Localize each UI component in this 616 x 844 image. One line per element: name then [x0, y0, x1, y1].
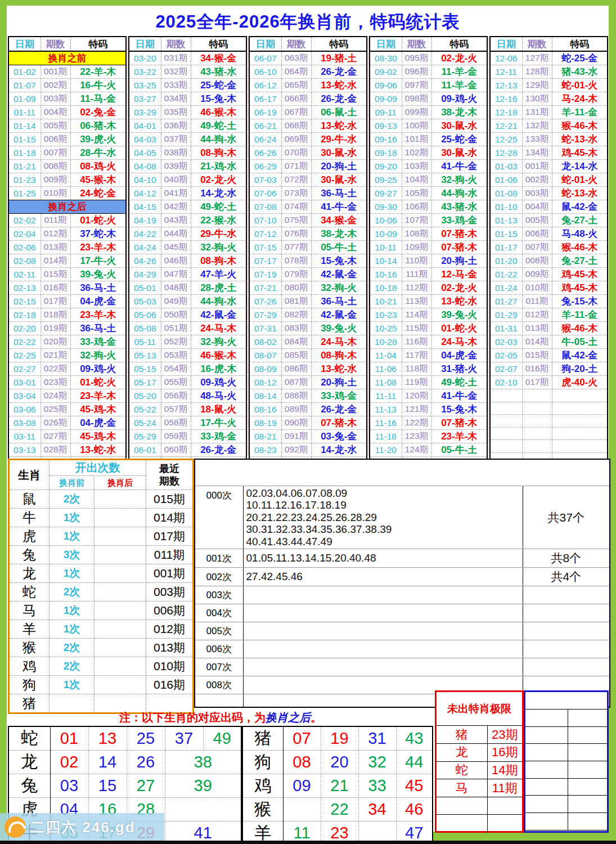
- period-cell: 083期: [281, 322, 311, 335]
- period-cell: 047期: [161, 268, 191, 281]
- table-row: 04-12041期14-龙-水: [129, 187, 246, 200]
- counts-label-cell: 002次: [195, 568, 243, 586]
- date-cell: 06-10: [249, 65, 281, 79]
- period-cell: 015期: [41, 268, 70, 281]
- table-row: 02-06013期23-羊-木: [8, 241, 126, 254]
- period-cell: 098期: [402, 92, 431, 106]
- code-cell: 32-狗-火: [311, 281, 367, 295]
- stats-row: 狗1次016期: [9, 676, 194, 694]
- table-row: 04-03037期44-狗-水: [129, 133, 246, 146]
- limits-zodiac-cell: 蛇: [437, 761, 487, 779]
- date-cell: 09-02: [370, 65, 402, 79]
- date-cell: 02-27: [8, 362, 41, 376]
- table-row: 06-10064期26-龙-金: [249, 65, 367, 79]
- period-cell: 096期: [402, 65, 431, 79]
- counts-numbers-cell: 02.03.04.06.07.08.0910.11.12.16.17.18.19…: [243, 486, 523, 549]
- date-cell: 04-12: [129, 187, 161, 200]
- code-cell: 25-蛇-金: [431, 133, 487, 146]
- table-row: 09-09098期09-鸡-火: [370, 92, 487, 106]
- period-cell: 008期: [522, 254, 552, 268]
- table-row: 01-15006期马-48-火: [490, 227, 608, 241]
- table-row: 01-22009期鸡-45-木: [490, 268, 608, 281]
- code-cell: 马-24-木: [552, 92, 608, 106]
- period-cell: 004期: [522, 200, 552, 214]
- code-cell: 49-蛇-土: [191, 119, 246, 133]
- limits-row: 马11期: [437, 779, 522, 797]
- date-column-header: 日期: [8, 37, 41, 51]
- code-cell: 37-蛇-木: [70, 227, 126, 241]
- code-cell: 30-鼠-水: [431, 119, 487, 133]
- code-cell: 牛-05-土: [552, 335, 608, 349]
- code-cell: 23-羊-木: [431, 430, 487, 443]
- code-cell: 39-虎-火: [70, 133, 126, 146]
- table-row: 08-02084期24-马-木: [249, 335, 367, 349]
- table-row: 01-23009期45-猴-木: [8, 173, 126, 187]
- period-cell: 005期: [41, 119, 70, 133]
- code-cell: 04-虎-金: [70, 416, 126, 430]
- period-cell: 051期: [161, 322, 191, 335]
- date-cell: 08-02: [249, 335, 281, 349]
- counts-row: 003次: [195, 586, 610, 604]
- code-cell: 11-羊-金: [431, 79, 487, 92]
- period-cell: 035期: [161, 106, 191, 119]
- map-number-cell: [165, 798, 241, 821]
- map-number-cell: 27: [127, 774, 165, 798]
- date-cell: 01-15: [490, 227, 522, 241]
- date-cell: 09-30: [370, 200, 402, 214]
- stats-recent-period-cell: 016期: [146, 676, 194, 694]
- zodiac-map-row: 蛇0113253749: [8, 726, 241, 751]
- code-cell: 38-龙-木: [311, 227, 367, 241]
- period-cell: 072期: [281, 173, 311, 187]
- counts-numbers-line: 30.31.32.33.34.35.36.37.38.39: [246, 523, 523, 536]
- code-cell: 44-狗-水: [191, 133, 246, 146]
- code-cell: 19-猪-土: [311, 51, 367, 65]
- table-row: 04-29047期47-羊-火: [129, 268, 246, 281]
- limits-zodiac-cell: [437, 797, 487, 815]
- period-cell: 063期: [281, 51, 311, 65]
- table-row: 03-27034期15-兔-木: [129, 92, 246, 106]
- period-cell: 066期: [281, 92, 311, 106]
- counts-total-cell: 共8个: [523, 549, 610, 568]
- date-cell: 11-20: [370, 443, 402, 457]
- period-cell: 115期: [402, 322, 431, 335]
- period-cell: 104期: [402, 173, 431, 187]
- footnote-highlight: 换肖之后: [266, 711, 311, 724]
- date-cell: 05-03: [129, 295, 161, 308]
- period-cell: 100期: [402, 119, 431, 133]
- date-cell: 01-03: [490, 160, 522, 173]
- counts-spacer-cell: [195, 459, 610, 486]
- code-cell: 09-鸡-火: [191, 376, 246, 389]
- table-row: 11-20124期05-牛-土: [370, 443, 487, 457]
- code-cell: 25-蛇-金: [191, 79, 246, 92]
- stats-row: 鸡2次010期: [9, 657, 194, 676]
- date-cell: 01-22: [490, 268, 522, 281]
- counts-row: 001次01.05.11.13.14.15.20.40.48共8个: [195, 549, 610, 568]
- code-cell: 32-狗-火: [191, 241, 246, 254]
- period-table: 日期期数特码06-07063期19-猪-土06-10064期26-龙-金06-1…: [249, 36, 367, 484]
- period-cell: 078期: [281, 254, 311, 268]
- map-number-cell: 49: [203, 726, 241, 751]
- code-cell: 42-鼠-金: [191, 308, 246, 322]
- map-number-cell: 39: [165, 774, 241, 798]
- date-cell: 01-08: [490, 187, 522, 200]
- table-row: 01-24010期鸡-45-木: [490, 281, 608, 295]
- table-row: 05-24058期17-牛-火: [129, 416, 246, 430]
- table-row: 07-29082期42-鼠-金: [249, 308, 367, 322]
- table-row: [490, 440, 608, 453]
- counts-numbers-line: 40.41.43.44.47.49: [246, 536, 523, 548]
- limits-period-cell: 11期: [487, 779, 522, 797]
- table-row: 02-11015期39-兔-火: [8, 268, 126, 281]
- stats-before-count-cell: 1次: [50, 564, 95, 583]
- code-cell: 44-狗-水: [431, 187, 487, 200]
- period-cell: 015期: [522, 349, 552, 362]
- table-row: 02-08014期17-牛-火: [8, 254, 126, 268]
- period-cell: 076期: [281, 227, 311, 241]
- code-cell: [552, 427, 608, 440]
- code-cell: 07-猪-木: [311, 416, 367, 430]
- date-cell: 03-11: [8, 430, 41, 443]
- date-cell: 01-20: [490, 254, 522, 268]
- table-row: 04-15042期49-蛇-土: [129, 200, 246, 214]
- table-row: 02-18018期23-羊-木: [8, 308, 126, 322]
- table-row: 08-19090期07-猪-木: [249, 416, 367, 430]
- counts-row: 002次27.42.45.46共4个: [195, 568, 610, 586]
